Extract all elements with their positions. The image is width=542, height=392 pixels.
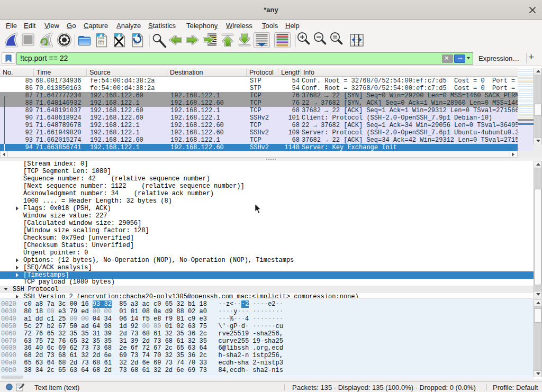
svg-text:0111: 0111: [98, 42, 104, 45]
